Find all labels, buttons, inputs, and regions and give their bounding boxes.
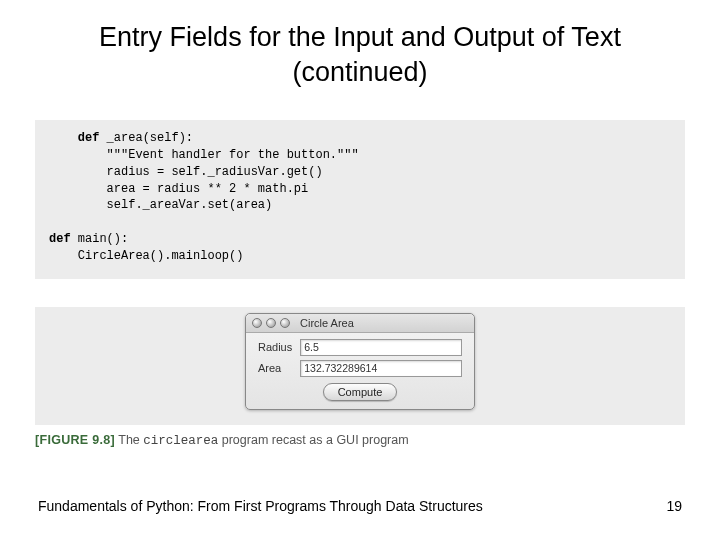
window-titlebar: Circle Area — [246, 314, 474, 333]
radius-input[interactable] — [300, 339, 462, 356]
code-content: def _area(self): """Event handler for th… — [49, 130, 671, 264]
slide-title: Entry Fields for the Input and Output of… — [0, 0, 720, 100]
window-body: Radius Area Compute — [246, 333, 474, 409]
zoom-icon — [280, 318, 290, 328]
footer-text: Fundamentals of Python: From First Progr… — [38, 498, 483, 514]
radius-row: Radius — [254, 337, 466, 358]
area-input[interactable] — [300, 360, 462, 377]
figure-text-pre: The — [115, 433, 143, 447]
figure-label: [FIGURE 9.8] — [35, 433, 115, 447]
close-icon — [252, 318, 262, 328]
area-label: Area — [254, 358, 296, 379]
area-row: Area — [254, 358, 466, 379]
page-number: 19 — [666, 498, 682, 514]
slide-footer: Fundamentals of Python: From First Progr… — [0, 498, 720, 514]
circle-area-window: Circle Area Radius Area Compute — [245, 313, 475, 410]
window-title: Circle Area — [300, 317, 354, 329]
radius-label: Radius — [254, 337, 296, 358]
minimize-icon — [266, 318, 276, 328]
figure-caption: [FIGURE 9.8] The circlearea program reca… — [35, 433, 685, 448]
compute-button[interactable]: Compute — [323, 383, 398, 401]
code-block: def _area(self): """Event handler for th… — [35, 120, 685, 278]
figure-text-post: program recast as a GUI program — [218, 433, 408, 447]
figure-code-word: circlearea — [143, 434, 218, 448]
gui-screenshot-area: Circle Area Radius Area Compute — [35, 307, 685, 425]
